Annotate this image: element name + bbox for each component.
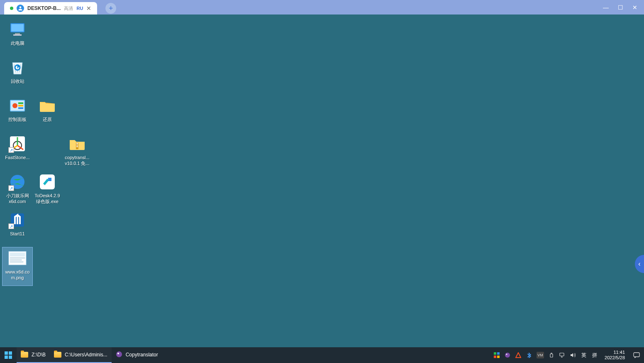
desktop-icon-label: www.x6d.com.png <box>5 269 30 281</box>
avatar-icon <box>17 5 24 12</box>
taskbar-item-explorer2[interactable]: C:\Users\Adminis... <box>50 347 112 363</box>
svg-rect-35 <box>497 356 500 358</box>
bluetooth-icon[interactable] <box>526 352 532 358</box>
maximize-button[interactable]: ☐ <box>618 4 623 11</box>
taskbar-clock[interactable]: 11:41 2022/5/28 <box>602 350 627 361</box>
control-panel-icon <box>8 97 27 115</box>
desktop-icon-control-panel[interactable]: 控制面板 <box>2 95 32 133</box>
tab-title: DESKTOP-B... <box>27 5 61 11</box>
network-icon[interactable] <box>559 352 566 358</box>
desktop-icon-recycle[interactable]: 回收站 <box>2 57 32 95</box>
start-button[interactable] <box>0 347 17 363</box>
close-window-button[interactable]: ✕ <box>632 4 637 11</box>
svg-rect-34 <box>494 356 496 358</box>
desktop-icon-x6d[interactable]: ↗小刀娱乐网x6d.com <box>2 171 32 209</box>
svg-marker-41 <box>571 353 573 357</box>
desktop-icon-label: 小刀娱乐网x6d.com <box>6 193 29 204</box>
desktop-icon-restore[interactable]: 还原 <box>32 95 62 133</box>
svg-rect-10 <box>18 107 23 109</box>
desktop-icon-copytranslator-pkg[interactable]: copytransl...v10.0.1 免... <box>62 133 92 171</box>
svg-rect-22 <box>10 253 25 257</box>
desktop-icon-label: Start11 <box>10 231 24 237</box>
new-tab-button[interactable]: + <box>105 3 116 14</box>
svg-rect-19 <box>48 178 51 181</box>
svg-rect-15 <box>76 145 78 145</box>
svg-rect-42 <box>634 353 639 357</box>
app-icon <box>116 351 122 359</box>
desktop-icon-todesk[interactable]: ToDesk4.2.9绿色版.exe <box>32 171 62 209</box>
minimize-button[interactable]: — <box>603 4 609 11</box>
desktop-icon-x6d-png[interactable]: www.x6d.com.png <box>2 247 32 286</box>
recycle-icon <box>8 58 27 77</box>
x6d-png-icon <box>8 249 27 267</box>
vm-icon[interactable]: VM <box>537 352 544 358</box>
taskbar-item-label: Z:\D\B <box>32 352 46 358</box>
this-pc-icon <box>8 20 27 39</box>
tray-triangle-icon[interactable] <box>515 352 522 358</box>
desktop-icon-label: 此电脑 <box>11 40 24 46</box>
volume-icon[interactable] <box>570 352 576 358</box>
taskbar-item-copytranslator[interactable]: Copytranslator <box>112 347 162 363</box>
desktop-icon-label: 还原 <box>43 116 52 122</box>
svg-rect-26 <box>5 351 8 355</box>
faststone-icon: ↗ <box>8 135 27 153</box>
desktop-icons-grid: 此电脑回收站控制面板还原↗FastStone...copytransl...v1… <box>2 19 92 286</box>
svg-rect-9 <box>18 105 23 106</box>
folder-icon <box>54 352 61 358</box>
notifications-icon[interactable] <box>632 352 642 358</box>
tab-quality-label: 高清 <box>64 5 73 12</box>
shortcut-arrow-icon: ↗ <box>8 223 14 229</box>
connection-tab[interactable]: DESKTOP-B... 高清 RU ✕ <box>4 2 97 15</box>
host-tab-bar: DESKTOP-B... 高清 RU ✕ + — ☐ ✕ <box>0 0 644 15</box>
svg-point-37 <box>506 354 507 355</box>
svg-rect-23 <box>10 257 25 259</box>
ime-language[interactable]: 英 <box>581 352 587 358</box>
desktop-icon-this-pc[interactable]: 此电脑 <box>2 19 32 57</box>
svg-rect-25 <box>10 261 24 263</box>
chevron-left-icon: ‹ <box>638 260 640 268</box>
svg-marker-38 <box>516 353 521 358</box>
taskbar-item-label: Copytranslator <box>126 352 158 358</box>
taskbar-item-explorer1[interactable]: Z:\D\B <box>17 347 50 363</box>
svg-rect-4 <box>13 34 22 36</box>
svg-rect-40 <box>560 353 564 356</box>
desktop-icon-label: FastStone... <box>5 155 29 160</box>
start11-icon: ↗ <box>8 211 27 229</box>
svg-rect-24 <box>10 259 22 261</box>
system-tray: VM 英 拼 11:41 2022/5/28 <box>493 347 644 363</box>
svg-rect-32 <box>494 352 496 355</box>
desktop-icon-label: copytransl...v10.0.1 免... <box>65 155 89 166</box>
shortcut-arrow-icon: ↗ <box>8 185 14 191</box>
ime-mode[interactable]: 拼 <box>591 352 598 358</box>
tray-app-icon[interactable] <box>504 352 511 358</box>
desktop-icon-faststone[interactable]: ↗FastStone... <box>2 133 32 171</box>
usb-eject-icon[interactable] <box>548 352 555 358</box>
svg-rect-16 <box>76 146 78 147</box>
svg-point-7 <box>12 103 17 108</box>
shortcut-arrow-icon: ↗ <box>8 147 14 153</box>
restore-icon <box>38 97 56 115</box>
svg-rect-8 <box>18 102 23 104</box>
desktop-icon-label: 控制面板 <box>8 116 27 122</box>
tab-marker: RU <box>76 6 83 11</box>
svg-point-31 <box>117 353 119 354</box>
clock-date: 2022/5/28 <box>605 355 625 361</box>
desktop-icon-label: 回收站 <box>11 78 24 84</box>
side-handle[interactable]: ‹ <box>635 255 644 273</box>
status-dot-icon <box>10 7 13 10</box>
copytranslator-pkg-icon <box>68 135 86 153</box>
svg-point-30 <box>116 351 122 357</box>
taskbar-item-label: C:\Users\Adminis... <box>65 352 107 358</box>
svg-rect-29 <box>9 356 12 359</box>
desktop-icon-start11[interactable]: ↗Start11 <box>2 209 32 247</box>
remote-desktop[interactable]: 此电脑回收站控制面板还原↗FastStone...copytransl...v1… <box>0 15 644 347</box>
svg-rect-27 <box>9 351 12 355</box>
svg-point-0 <box>20 6 22 8</box>
tray-quickshare-icon[interactable] <box>493 352 500 358</box>
svg-rect-3 <box>15 33 20 34</box>
folder-icon <box>21 352 28 358</box>
taskbar: Z:\D\BC:\Users\Adminis...Copytranslator … <box>0 347 644 363</box>
close-tab-icon[interactable]: ✕ <box>86 5 91 11</box>
window-controls: — ☐ ✕ <box>603 0 644 15</box>
clock-time: 11:41 <box>605 350 625 355</box>
